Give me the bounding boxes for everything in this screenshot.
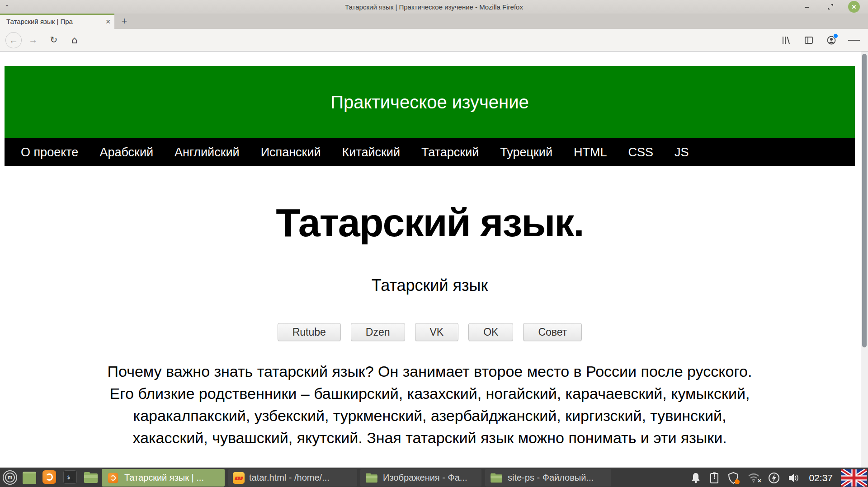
nav-link-js[interactable]: JS <box>675 145 689 159</box>
window-titlebar: ⌄ Татарский язык | Практическое изучение… <box>0 0 868 14</box>
folder-icon <box>84 472 98 483</box>
nav-link-arabic[interactable]: Арабский <box>99 145 153 159</box>
shield-alert-dot <box>735 479 740 484</box>
task-button-firefox[interactable]: Татарский язык | ... <box>102 469 225 487</box>
task-label: tatar.html - /home/... <box>249 473 330 483</box>
home-button[interactable]: ⌂ <box>67 32 82 47</box>
paragraph-line: Почему важно знать татарский язык? Он за… <box>5 361 855 383</box>
window-title: Татарский язык | Практическое изучение -… <box>345 3 523 11</box>
library-icon[interactable] <box>780 34 792 46</box>
terminal-launcher[interactable]: $_ <box>63 470 77 484</box>
menu-icon[interactable] <box>848 34 860 46</box>
power-icon[interactable] <box>768 472 780 484</box>
nav-link-html[interactable]: HTML <box>574 145 607 159</box>
forward-button[interactable]: → <box>25 32 41 47</box>
intro-paragraph: Почему важно знать татарский язык? Он за… <box>5 361 855 449</box>
keyboard-layout-flag[interactable] <box>841 469 867 487</box>
folder-icon <box>366 473 377 482</box>
tab-title-fade <box>85 15 101 29</box>
task-button-editor[interactable]: tatar.html - /home/... <box>228 469 357 487</box>
nav-link-spanish[interactable]: Испанский <box>261 145 321 159</box>
paragraph-line: хакасский, чувашский, якутский. Зная тат… <box>5 427 855 449</box>
task-button-siteps[interactable]: site-ps - Файловый... <box>485 469 611 487</box>
scrollbar-thumb[interactable] <box>862 54 867 347</box>
maximize-button[interactable] <box>825 1 836 13</box>
tab-close-icon[interactable]: ✕ <box>105 18 111 25</box>
show-desktop-button[interactable] <box>23 472 36 484</box>
folder-icon <box>491 473 502 482</box>
network-disconnected-mark: ✕ <box>757 478 761 484</box>
task-button-images[interactable]: Изображения - Фа... <box>360 469 481 487</box>
reload-button[interactable]: ↻ <box>46 32 61 47</box>
clipboard-alert: ! <box>709 473 719 480</box>
browser-toolbar: ← → ↻ ⌂ i file:///home/user/Рабочий стол… <box>0 29 868 52</box>
nav-link-chinese[interactable]: Китайский <box>342 145 400 159</box>
taskbar-clock[interactable]: 02:37 <box>809 473 833 483</box>
page-subtitle: Татарский язык <box>0 276 859 295</box>
dzen-button[interactable]: Dzen <box>351 323 405 341</box>
back-button[interactable]: ← <box>5 32 22 48</box>
network-icon[interactable]: ✕ <box>747 473 760 483</box>
nav-link-about[interactable]: О проекте <box>21 145 78 159</box>
new-tab-button[interactable]: + <box>117 14 132 28</box>
terminal-icon: $_ <box>63 470 77 484</box>
paragraph-line: каракалпакский, узбекский, туркменский, … <box>5 405 855 427</box>
notifications-icon[interactable] <box>690 472 701 484</box>
toolbar-right-icons <box>780 29 868 52</box>
volume-icon[interactable] <box>788 473 801 483</box>
nav-link-turkish[interactable]: Турецкий <box>500 145 552 159</box>
minimize-button[interactable]: – <box>801 1 813 13</box>
task-label: Изображения - Фа... <box>383 473 467 483</box>
page-title: Татарский язык. <box>0 203 859 243</box>
close-button[interactable]: ✕ <box>848 1 860 13</box>
system-tray: ! ✕ <box>671 468 868 487</box>
window-controls: – ✕ <box>801 0 860 14</box>
text-editor-icon <box>233 472 245 484</box>
files-launcher[interactable] <box>84 472 98 483</box>
site-banner: Практическое изучение <box>5 66 855 138</box>
nav-link-english[interactable]: Английский <box>175 145 240 159</box>
nav-link-css[interactable]: CSS <box>628 145 653 159</box>
screen: ⌄ Татарский язык | Практическое изучение… <box>0 0 868 487</box>
firefox-icon <box>42 470 56 484</box>
taskbar: m $_ Татарский язык | ... tatar.html - /… <box>0 468 868 487</box>
social-buttons-row: Rutube Dzen VK OK Совет <box>0 323 859 341</box>
task-label: site-ps - Файловый... <box>508 473 594 483</box>
site-banner-title: Практическое изучение <box>330 92 529 112</box>
mint-logo-icon: m <box>3 470 17 485</box>
task-label: Татарский язык | ... <box>124 473 204 483</box>
ok-button[interactable]: OK <box>468 323 513 341</box>
tab-bar: Татарский язык | Пра ✕ + <box>0 14 868 29</box>
account-icon[interactable] <box>826 34 837 46</box>
sovet-button[interactable]: Совет <box>523 323 582 341</box>
scrollbar[interactable] <box>861 52 868 468</box>
sidebars-icon[interactable] <box>803 34 815 46</box>
tab-title: Татарский язык | Пра <box>6 18 73 25</box>
nav-link-tatar[interactable]: Татарский <box>421 145 479 159</box>
tray-grid-icon[interactable] <box>671 472 682 484</box>
tab-tatar[interactable]: Татарский язык | Пра ✕ <box>0 14 114 29</box>
page-viewport: Практическое изучение О проекте Арабский… <box>0 52 868 468</box>
security-shield-icon[interactable] <box>727 472 739 484</box>
vk-button[interactable]: VK <box>415 323 459 341</box>
titlebar-chevron-icon[interactable]: ⌄ <box>5 1 9 8</box>
account-notification-dot <box>833 33 838 38</box>
rutube-button[interactable]: Rutube <box>278 323 341 341</box>
maximize-icon <box>827 3 834 10</box>
paragraph-line: Его близкие родственники – башкирский, к… <box>5 383 855 405</box>
clipboard-icon[interactable]: ! <box>709 472 719 484</box>
site-nav: О проекте Арабский Английский Испанский … <box>5 138 855 166</box>
firefox-icon <box>108 473 118 483</box>
mint-menu-button[interactable]: m <box>3 470 17 485</box>
firefox-launcher[interactable] <box>42 470 56 484</box>
